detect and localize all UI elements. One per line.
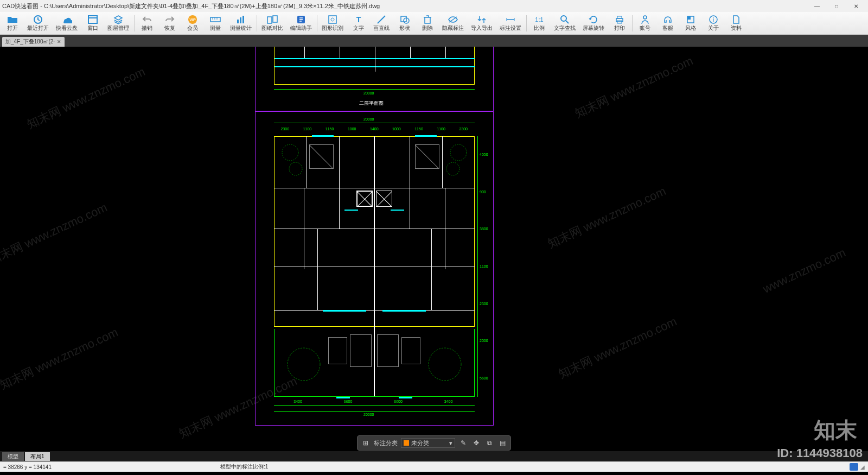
svg-rect-33 [687,16,691,20]
info-icon: i [708,15,719,24]
tool-label: 图纸对比 [261,24,283,32]
grid-icon[interactable]: ⊞ [361,438,371,448]
tool-window[interactable]: 窗口 [81,12,104,34]
style-icon [685,15,696,24]
layers-icon[interactable]: ▤ [497,438,507,448]
tool-label: 编辑助手 [290,24,312,32]
tool-cloud[interactable]: 快看云盘 [53,12,81,34]
tool-find[interactable]: 文字查找 [551,12,579,34]
tool-rotate[interactable]: 屏幕旋转 [579,12,608,34]
annotation-toolbar: ⊞ 标注分类 未分类 ▾ ✎ ✥ ⧉ ▤ [357,435,511,451]
dimension-text: 3400 [444,400,453,403]
view-tab-bar: 模型 布局1 [0,451,868,461]
drawing-viewport[interactable]: 知末网 www.znzmo.com 知末网 www.znzmo.com 知末网 … [0,47,868,461]
compare-icon [267,15,278,24]
tool-label: 打开 [7,24,18,32]
clock-icon [33,15,43,24]
resize-grip-icon[interactable]: ◢ [860,464,865,470]
tool-measure[interactable]: 测量 [204,12,227,34]
dimension-text: 1100 [437,127,445,131]
tool-about[interactable]: i关于 [702,12,725,34]
view-tab-layout1[interactable]: 布局1 [25,452,50,461]
status-indicator-icon[interactable] [850,463,858,471]
tab-close-icon[interactable]: ✕ [57,39,61,45]
shape-icon [399,15,410,24]
tool-label: 最近打开 [27,24,49,32]
tool-label: 打印 [614,24,625,32]
dimension-text: 4550 [480,153,488,156]
tool-label: 关于 [708,24,719,32]
tool-layer[interactable]: 图层管理 [104,12,133,34]
svg-line-27 [566,21,569,23]
watermark: 知末网 www.znzmo.com [545,183,669,252]
find-icon [559,15,570,24]
tool-print[interactable]: 打印 [608,12,631,34]
line-icon [376,15,387,24]
ruler-icon [210,15,221,24]
tool-text[interactable]: T文字 [347,12,370,34]
del-icon [422,15,433,24]
watermark: www.znzmo.com [761,245,848,296]
dimension-text: 20000 [363,117,374,121]
svg-point-16 [331,18,334,21]
tool-open[interactable]: 打开 [1,12,24,34]
redo-icon [164,15,175,24]
tool-recognize[interactable]: 图形识别 [318,12,347,34]
tool-undo[interactable]: 撤销 [136,12,158,34]
main-toolbar: 打开最近打开快看云盘窗口图层管理撤销恢复VIP会员测量测量统计图纸对比编辑助手图… [0,12,868,35]
svg-rect-9 [237,20,239,23]
tool-label: 测量统计 [230,24,252,32]
svg-text:VIP: VIP [189,18,196,22]
dimension-text: 3800 [480,227,488,231]
tool-label: 形状 [399,24,410,32]
tool-recent[interactable]: 最近打开 [24,12,53,34]
watermark: 知末网 www.znzmo.com [572,53,696,122]
svg-point-38 [450,144,467,161]
category-dropdown[interactable]: 未分类 ▾ [401,438,455,448]
brand-watermark: 知末 [814,415,857,445]
annotation-category-label: 标注分类 [374,439,398,447]
move-icon[interactable]: ✥ [471,438,481,448]
tool-label: 测量 [210,24,221,32]
watermark: 知末网 www.znzmo.com [0,199,110,268]
edit-icon[interactable]: ✎ [458,438,468,448]
edit-icon [296,15,307,24]
status-bar: = 38266 y = 134141 模型中的标注比例:1 ◢ [0,461,868,472]
tool-data[interactable]: 资料 [725,12,748,34]
tool-label: 比例 [534,24,545,32]
copy-icon[interactable]: ⧉ [484,438,494,448]
svg-point-39 [446,162,459,175]
headset-icon [662,15,673,24]
tool-dimset[interactable]: 标注设置 [496,12,525,34]
coordinates-display: = 38266 y = 134141 [3,464,220,470]
tool-service[interactable]: 客服 [656,12,679,34]
dimension-text: 1150 [414,127,423,131]
svg-rect-5 [210,17,220,22]
tool-assist[interactable]: 编辑助手 [287,12,316,34]
tool-stats[interactable]: 测量统计 [227,12,256,34]
minimize-button[interactable]: — [807,0,827,12]
tool-redo[interactable]: 恢复 [158,12,181,34]
tool-compare[interactable]: 图纸对比 [258,12,287,34]
tool-scale[interactable]: 1:1比例 [528,12,551,34]
chevron-down-icon: ▾ [449,440,452,447]
svg-point-41 [429,348,461,381]
tool-label: 恢复 [164,24,175,32]
tool-style[interactable]: 风格 [679,12,702,34]
tool-import[interactable]: 导入导出 [468,12,496,34]
tool-vip[interactable]: VIP会员 [181,12,204,34]
svg-rect-13 [273,16,277,22]
tool-label: 快看云盘 [56,24,78,32]
tool-delete[interactable]: 删除 [416,12,439,34]
title-bar: CAD快速看图 - C:\Users\Administrator\Desktop… [0,0,868,12]
maximize-button[interactable]: □ [827,0,846,12]
tool-line[interactable]: 画直线 [370,12,393,34]
tool-account[interactable]: 账号 [634,12,656,34]
tool-hide[interactable]: 隐藏标注 [439,12,468,34]
window-title: CAD快速看图 - C:\Users\Administrator\Desktop… [2,2,807,10]
view-tab-model[interactable]: 模型 [2,452,24,461]
stats-icon [235,15,246,24]
tool-shape[interactable]: 形状 [393,12,416,34]
close-button[interactable]: ✕ [846,0,866,12]
document-tab[interactable]: 加_4F_下叠180㎡(2· ✕ [2,37,65,47]
